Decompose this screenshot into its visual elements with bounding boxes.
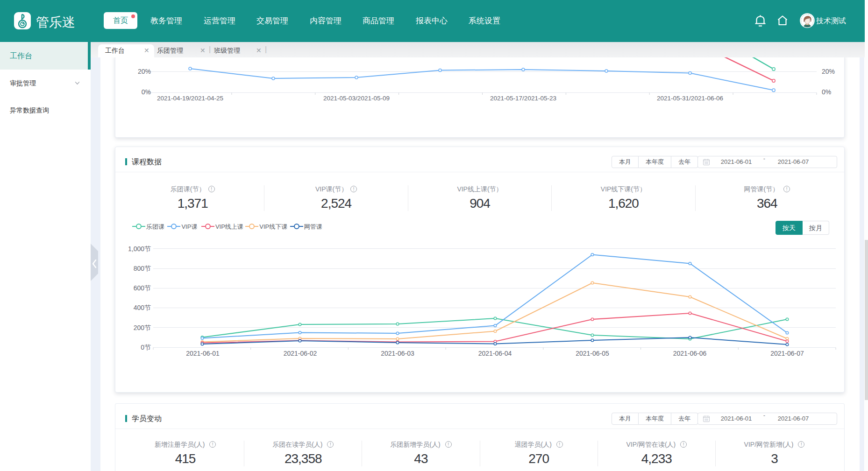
svg-text:2021-06-06: 2021-06-06 bbox=[673, 350, 707, 357]
svg-text:200节: 200节 bbox=[134, 324, 151, 331]
svg-text:2021-06-07: 2021-06-07 bbox=[770, 350, 804, 357]
svg-text:20%: 20% bbox=[822, 68, 835, 75]
svg-text:2021-06-03: 2021-06-03 bbox=[381, 350, 414, 357]
svg-text:0节: 0节 bbox=[141, 344, 151, 351]
svg-text:600节: 600节 bbox=[134, 284, 151, 292]
svg-text:2021-04-19/2021-04-25: 2021-04-19/2021-04-25 bbox=[157, 95, 223, 102]
svg-text:800节: 800节 bbox=[134, 265, 151, 272]
svg-text:20%: 20% bbox=[138, 68, 151, 75]
svg-text:2021-06-01: 2021-06-01 bbox=[186, 350, 220, 357]
svg-text:400节: 400节 bbox=[134, 304, 151, 311]
svg-text:0%: 0% bbox=[822, 88, 831, 96]
svg-text:2021-05-31/2021-06-06: 2021-05-31/2021-06-06 bbox=[657, 95, 723, 102]
svg-text:1,000节: 1,000节 bbox=[128, 245, 151, 253]
svg-text:2021-06-04: 2021-06-04 bbox=[478, 350, 512, 357]
svg-text:2021-06-05: 2021-06-05 bbox=[576, 350, 609, 357]
svg-text:2021-05-17/2021-05-23: 2021-05-17/2021-05-23 bbox=[490, 95, 556, 102]
svg-text:2021-05-03/2021-05-09: 2021-05-03/2021-05-09 bbox=[323, 95, 390, 102]
svg-text:0%: 0% bbox=[142, 88, 151, 96]
svg-text:2021-06-02: 2021-06-02 bbox=[284, 350, 317, 357]
